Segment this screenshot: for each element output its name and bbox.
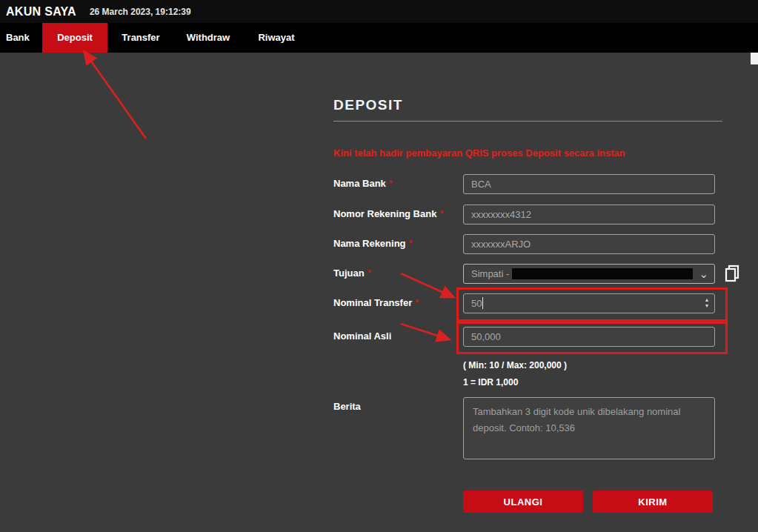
- number-stepper[interactable]: ▲ ▼: [702, 295, 712, 311]
- required-marker: *: [409, 238, 413, 249]
- deposit-heading: DEPOSIT: [333, 97, 403, 113]
- min-max-hint: ( Min: 10 / Max: 200,000 ): [463, 360, 567, 370]
- tab-deposit[interactable]: Deposit: [42, 23, 107, 53]
- nama-rekening-field[interactable]: [463, 234, 715, 254]
- redacted-text: [512, 268, 693, 279]
- copy-icon[interactable]: [725, 265, 739, 282]
- qris-notice: Kini telah hadir pembayaran QRIS proses …: [333, 147, 726, 159]
- top-bar: AKUN SAYA 26 March 2023, 19:12:39: [0, 0, 758, 23]
- required-marker: *: [389, 178, 393, 189]
- required-marker: *: [368, 267, 371, 279]
- kirim-button[interactable]: KIRIM: [593, 491, 713, 513]
- tab-withdraw[interactable]: Withdraw: [174, 23, 242, 53]
- label-nominal-asli: Nominal Asli: [333, 330, 391, 342]
- label-nama-rekening: Nama Rekening*: [333, 238, 413, 249]
- tab-transfer[interactable]: Transfer: [107, 23, 174, 53]
- label-nama-bank: Nama Bank*: [333, 178, 393, 189]
- label-berita: Berita: [333, 401, 361, 412]
- nominal-transfer-field[interactable]: [463, 293, 715, 313]
- tab-riwayat[interactable]: Riwayat: [242, 23, 310, 53]
- nama-bank-field[interactable]: [463, 174, 715, 194]
- berita-field[interactable]: Tambahkan 3 digit kode unik dibelakang n…: [463, 397, 715, 459]
- required-marker: *: [415, 297, 419, 308]
- chevron-down-icon: ⌄: [699, 270, 708, 278]
- tujuan-select[interactable]: Simpati - ⌄: [463, 264, 715, 284]
- scrollbar-thumb[interactable]: [751, 53, 758, 64]
- main-nav: Bank Deposit Transfer Withdraw Riwayat: [0, 23, 758, 53]
- datetime-label: 26 March 2023, 19:12:39: [90, 7, 191, 17]
- tab-bank[interactable]: Bank: [0, 23, 42, 53]
- label-nomor-rekening: Nomor Rekening Bank*: [333, 208, 443, 219]
- page-title: AKUN SAYA: [6, 5, 76, 19]
- spinner-up-icon[interactable]: ▲: [705, 297, 710, 303]
- heading-divider: [333, 121, 722, 122]
- label-tujuan: Tujuan*: [333, 267, 371, 279]
- ulangi-button[interactable]: ULANGI: [463, 491, 583, 513]
- rate-hint: 1 = IDR 1,000: [463, 377, 518, 388]
- nomor-rekening-field[interactable]: [463, 205, 715, 225]
- text-cursor: [482, 297, 483, 309]
- nominal-asli-field[interactable]: [463, 327, 715, 347]
- tujuan-selected-value: Simpati -: [471, 268, 509, 279]
- label-nominal-transfer: Nominal Transfer*: [333, 297, 419, 308]
- account-page: AKUN SAYA 26 March 2023, 19:12:39 Bank D…: [0, 0, 758, 532]
- spinner-down-icon[interactable]: ▼: [705, 303, 710, 309]
- required-marker: *: [439, 208, 443, 219]
